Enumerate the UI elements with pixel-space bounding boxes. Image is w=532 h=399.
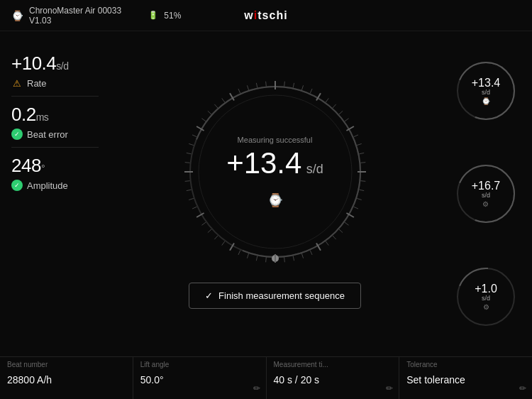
gauge-status-text: Measuring successful [226, 136, 323, 144]
amplitude-ok-icon: ✓ [11, 180, 23, 191]
svg-line-8 [310, 89, 312, 93]
svg-line-47 [186, 190, 191, 190]
svg-line-5 [284, 81, 284, 86]
right-panel: +13.4 s/d ⌚ +16.7 [440, 31, 532, 356]
rate-warning-icon: ⚠ [11, 77, 23, 89]
main-content: +10.4s/d ⚠ Rate 0.2ms ✓ Beat error 248° … [0, 31, 532, 356]
header-center: witschi [181, 9, 350, 22]
mini-gauge-1-icon: ⌚ [472, 97, 500, 105]
svg-line-7 [301, 85, 303, 90]
gauge-main-unit: s/d [306, 162, 323, 176]
mini-gauge-2-unit: s/d [472, 191, 500, 198]
svg-line-18 [360, 162, 365, 163]
beat-error-label: ✓ Beat error [11, 129, 99, 140]
gauge-main-value: +13.4 [226, 146, 301, 180]
gauge-watch-icon: ⌚ [226, 192, 323, 208]
svg-line-31 [301, 253, 303, 258]
svg-line-50 [184, 162, 189, 163]
svg-line-62 [256, 82, 257, 87]
tolerance-field: Tolerance Set tolerance ✏ [399, 357, 532, 399]
mini-gauge-3-center: +1.0 s/d ⚙ [475, 283, 497, 310]
svg-line-38 [238, 250, 240, 254]
svg-line-52 [189, 143, 194, 145]
gauge-main-display: +13.4 s/d [226, 148, 323, 178]
svg-line-22 [357, 198, 362, 200]
amplitude-value: 248° [11, 155, 99, 177]
svg-line-61 [247, 85, 248, 90]
svg-line-32 [293, 256, 294, 261]
svg-line-21 [359, 190, 364, 190]
tolerance-label: Tolerance [406, 361, 437, 368]
mini-gauge-1-unit: s/d [472, 89, 500, 96]
mini-gauge-3-value: +1.0 [475, 283, 497, 294]
header-left: ⌚ ChronoMaster Air 00033 V1.03 🔋 51% [11, 6, 181, 26]
svg-line-37 [247, 253, 248, 258]
svg-line-63 [265, 81, 266, 86]
logo: witschi [244, 9, 287, 21]
svg-line-45 [192, 207, 196, 209]
mini-gauge-1: +13.4 s/d ⌚ [447, 57, 525, 125]
mini-gauge-2-container: +16.7 s/d ⚙ [452, 160, 520, 228]
mini-gauge-3-unit: s/d [475, 294, 497, 301]
svg-line-12 [338, 111, 342, 114]
left-panel: +10.4s/d ⚠ Rate 0.2ms ✓ Beat error 248° … [0, 31, 110, 356]
svg-line-53 [192, 134, 196, 136]
svg-line-48 [184, 180, 189, 181]
mini-gauge-3-container: +1.0 s/d ⚙ [452, 263, 520, 331]
lift-angle-label: Lift angle [140, 361, 170, 368]
svg-line-35 [265, 257, 266, 262]
rate-value: +10.4s/d [11, 53, 99, 75]
svg-line-43 [201, 222, 206, 225]
mini-gauge-3-icon: ⚙ [475, 302, 497, 310]
svg-line-33 [284, 257, 284, 262]
svg-line-30 [310, 250, 312, 254]
svg-line-57 [214, 104, 218, 107]
lift-angle-value: 50.0° [140, 374, 259, 386]
tolerance-edit-icon[interactable]: ✏ [519, 383, 526, 393]
svg-line-11 [332, 104, 336, 107]
svg-line-10 [326, 98, 328, 102]
svg-line-26 [338, 229, 342, 232]
mini-gauge-2-icon: ⚙ [472, 200, 500, 207]
mini-gauge-3: +1.0 s/d ⚙ [447, 263, 525, 331]
svg-line-20 [360, 180, 365, 181]
beat-error-value: 0.2ms [11, 104, 99, 126]
svg-line-15 [353, 134, 358, 136]
lift-angle-edit-icon[interactable]: ✏ [253, 383, 260, 393]
svg-line-42 [207, 229, 211, 232]
lift-angle-field: Lift angle 50.0° ✏ [133, 357, 267, 399]
center-panel: Measuring successful +13.4 s/d ⌚ ✓ Finis… [110, 31, 440, 356]
amplitude-block: 248° ✓ Amplitude [11, 147, 99, 198]
mini-gauge-2: +16.7 s/d ⚙ [447, 160, 525, 228]
svg-line-46 [189, 198, 194, 200]
mini-gauge-1-container: +13.4 s/d ⌚ [452, 57, 520, 125]
main-gauge: Measuring successful +13.4 s/d ⌚ [176, 72, 375, 271]
beat-number-field: Beat number 28800 A/h [0, 357, 133, 399]
mini-gauge-2-value: +16.7 [472, 180, 500, 191]
mini-gauge-1-value: +13.4 [472, 77, 500, 89]
measurement-time-edit-icon[interactable]: ✏ [386, 383, 393, 393]
amplitude-label: ✓ Amplitude [11, 180, 99, 191]
svg-line-36 [256, 256, 257, 261]
svg-line-28 [326, 241, 328, 245]
rate-label: ⚠ Rate [11, 77, 99, 89]
measurement-time-field: Measurement ti... 40 s / 20 s ✏ [267, 357, 400, 399]
svg-line-16 [357, 143, 362, 145]
header: ⌚ ChronoMaster Air 00033 V1.03 🔋 51% wit… [0, 0, 532, 31]
svg-line-40 [221, 241, 224, 245]
mini-gauge-1-center: +13.4 s/d ⌚ [472, 77, 500, 105]
svg-line-60 [238, 89, 240, 93]
svg-line-6 [293, 82, 294, 87]
finish-measurement-button[interactable]: ✓ Finish measurement sequence [189, 283, 361, 309]
svg-line-25 [344, 222, 348, 225]
measurement-time-label: Measurement ti... [274, 361, 328, 368]
svg-line-17 [359, 153, 364, 153]
svg-line-23 [353, 207, 358, 209]
measurement-time-value: 40 s / 20 s [274, 374, 392, 386]
svg-line-27 [332, 235, 336, 239]
svg-line-13 [344, 118, 348, 121]
svg-line-56 [207, 111, 211, 114]
battery-icon: 🔋 [148, 11, 158, 20]
svg-line-51 [186, 153, 191, 153]
finish-check-icon: ✓ [205, 290, 213, 301]
